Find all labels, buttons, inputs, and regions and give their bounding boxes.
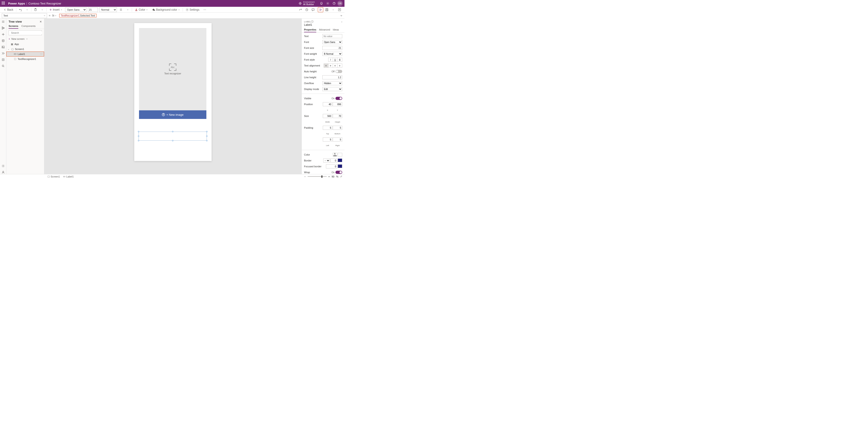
new-image-button[interactable]: + New image: [139, 110, 206, 119]
prop-fontsize-input[interactable]: [322, 46, 342, 50]
settings-button[interactable]: Settings: [184, 7, 201, 12]
tree-app-node[interactable]: ▦App: [6, 41, 44, 47]
insert-button[interactable]: Insert: [48, 7, 64, 12]
ask-virtual-agent-icon[interactable]: [1, 171, 5, 174]
text-align-segment[interactable]: ≡≡≡≡: [324, 63, 342, 68]
publish-button[interactable]: [337, 7, 342, 12]
resize-handle[interactable]: [138, 140, 139, 141]
paste-button[interactable]: [33, 7, 38, 12]
resize-handle[interactable]: [138, 136, 139, 137]
prop-fontweight-select[interactable]: B Normal: [322, 52, 342, 56]
prop-displaymode-select[interactable]: Edit: [322, 87, 342, 91]
app-checker-button[interactable]: [304, 7, 309, 12]
power-automate-icon[interactable]: [1, 52, 5, 55]
phone-screen[interactable]: Abc Text recognizer + New image: [134, 23, 212, 161]
resize-handle[interactable]: [206, 131, 208, 132]
expand-props-icon[interactable]: ›: [341, 20, 342, 23]
settings-rail-icon[interactable]: [1, 164, 5, 168]
more-icon[interactable]: ⋯: [40, 53, 43, 56]
design-canvas[interactable]: Abc Text recognizer + New image: [44, 19, 302, 174]
visible-toggle[interactable]: [336, 97, 342, 100]
text-color-picker[interactable]: A: [333, 153, 337, 156]
zoom-slider[interactable]: [308, 176, 327, 177]
font-weight-select[interactable]: Normal: [99, 7, 117, 12]
zoom-in-button[interactable]: +: [329, 175, 330, 178]
bg-color-button[interactable]: Background color: [151, 7, 181, 12]
font-color-button[interactable]: Color: [133, 7, 149, 12]
prop-text-input[interactable]: [322, 34, 342, 38]
app-launcher-icon[interactable]: [2, 2, 5, 5]
border-width-input[interactable]: [331, 158, 337, 162]
hamburger-icon[interactable]: [1, 20, 5, 24]
formula-expand-button[interactable]: [338, 14, 344, 17]
pos-x-input[interactable]: [323, 102, 332, 106]
save-button[interactable]: [324, 7, 330, 12]
search-rail-icon[interactable]: [1, 64, 5, 68]
focusborder-color-picker[interactable]: [338, 165, 342, 168]
formula-input[interactable]: TextRecognizer1.Selected.Text: [58, 14, 338, 18]
font-family-select[interactable]: Open Sans: [65, 7, 87, 12]
size-w-input[interactable]: [323, 114, 332, 118]
play-button[interactable]: [318, 7, 323, 12]
prop-overflow-select[interactable]: Hidden: [322, 81, 342, 85]
text-recognizer-control[interactable]: Abc Text recognizer + New image: [139, 28, 206, 119]
focusborder-input[interactable]: [326, 165, 337, 169]
font-size-input[interactable]: [88, 7, 98, 12]
property-selector[interactable]: Text: [2, 13, 47, 18]
label-control[interactable]: [138, 131, 207, 141]
resize-handle[interactable]: [206, 136, 208, 137]
tab-components[interactable]: Components: [22, 24, 35, 29]
share-button[interactable]: [298, 7, 303, 12]
notifications-icon[interactable]: [318, 0, 324, 6]
size-h-input[interactable]: [333, 114, 342, 118]
undo-chevron[interactable]: [24, 7, 30, 12]
tab-screens[interactable]: Screens: [8, 24, 18, 29]
tree-recognizer-node[interactable]: TextRecognizer1: [6, 57, 44, 61]
environment-picker[interactable]: EnvironmentAI Builder: [299, 1, 315, 6]
status-label[interactable]: ▭Label1: [63, 175, 74, 178]
paste-chevron[interactable]: [39, 7, 45, 12]
new-screen-button[interactable]: +New screen: [6, 37, 44, 41]
tree-screen-node[interactable]: ⌄▢Screen1: [6, 47, 44, 52]
pad-r-input[interactable]: [333, 138, 342, 142]
tab-advanced[interactable]: Advanced: [319, 27, 330, 32]
font-style-segment[interactable]: IUS: [328, 58, 342, 62]
tree-label-node[interactable]: Label1⋯: [6, 52, 44, 57]
media-icon[interactable]: [1, 45, 5, 49]
status-screen[interactable]: ▢Screen1: [48, 175, 60, 178]
list-chevron[interactable]: [125, 7, 130, 12]
pad-l-input[interactable]: [323, 138, 332, 142]
pad-t-input[interactable]: [323, 126, 332, 130]
tree-search-input[interactable]: [11, 31, 42, 34]
pad-b-input[interactable]: [333, 126, 342, 130]
save-chevron[interactable]: [331, 7, 336, 12]
border-color-picker[interactable]: [338, 158, 342, 162]
data-icon[interactable]: [1, 39, 5, 42]
wrap-toggle[interactable]: [336, 171, 342, 174]
zoom-out-button[interactable]: −: [304, 175, 306, 178]
user-avatar[interactable]: DB: [337, 1, 343, 6]
tab-ideas[interactable]: Ideas: [333, 27, 339, 32]
autoheight-toggle[interactable]: [336, 70, 342, 73]
variables-icon[interactable]: [1, 58, 5, 61]
resize-handle[interactable]: [172, 131, 174, 132]
help-icon[interactable]: [331, 0, 337, 6]
border-style-select[interactable]: ─: [323, 158, 330, 162]
resize-handle[interactable]: [172, 140, 174, 141]
undo-button[interactable]: [18, 7, 23, 12]
resize-handle[interactable]: [138, 131, 139, 132]
close-tree-icon[interactable]: ✕: [39, 20, 42, 23]
tree-view-icon[interactable]: [1, 26, 5, 30]
insert-rail-icon[interactable]: [1, 33, 5, 36]
tab-properties[interactable]: Properties: [304, 27, 316, 32]
resize-handle[interactable]: [206, 140, 208, 141]
comments-button[interactable]: [310, 7, 316, 12]
back-button[interactable]: Back: [2, 7, 15, 12]
settings-gear-icon[interactable]: [324, 0, 331, 6]
more-button[interactable]: ⋯: [202, 7, 208, 12]
tree-search[interactable]: [8, 30, 42, 35]
list-format-button[interactable]: [118, 7, 124, 12]
fx-button[interactable]: fx: [52, 14, 57, 17]
fill-color-picker[interactable]: [338, 153, 342, 156]
pos-y-input[interactable]: [333, 102, 342, 106]
